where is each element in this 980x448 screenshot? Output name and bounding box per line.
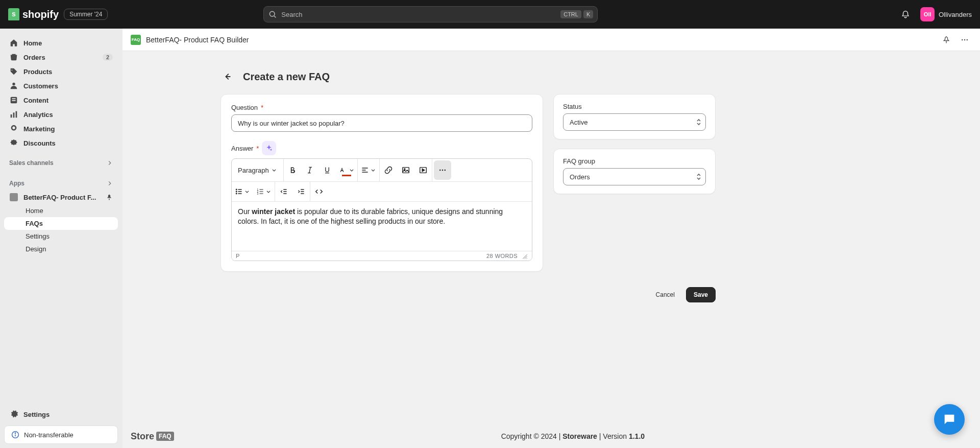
svg-rect-5 bbox=[12, 100, 15, 101]
sidebar-item-settings[interactable]: Settings bbox=[4, 407, 118, 421]
sidebar-item-discounts[interactable]: Discounts bbox=[4, 136, 118, 150]
user-menu[interactable]: Oll Ollivanders bbox=[920, 7, 972, 21]
svg-point-14 bbox=[964, 39, 965, 40]
answer-editor[interactable]: Our winter jacket is popular due to its … bbox=[232, 202, 532, 251]
cancel-button[interactable]: Cancel bbox=[649, 287, 682, 302]
more-tools-button[interactable] bbox=[434, 160, 451, 180]
svg-point-30 bbox=[236, 191, 237, 192]
svg-line-49 bbox=[526, 258, 527, 258]
svg-line-1 bbox=[274, 16, 276, 17]
path-indicator: P bbox=[236, 253, 239, 259]
code-view-button[interactable] bbox=[310, 182, 328, 201]
sidebar-app-betterfaq[interactable]: BetterFAQ- Product F... bbox=[4, 190, 118, 204]
svg-rect-8 bbox=[16, 111, 17, 118]
svg-point-29 bbox=[236, 189, 237, 190]
sidebar-item-products[interactable]: Products bbox=[4, 64, 118, 79]
rich-text-editor: Paragraph bbox=[231, 158, 532, 261]
sidebar-sub-faqs[interactable]: FAQs bbox=[4, 217, 118, 230]
svg-point-26 bbox=[439, 170, 441, 171]
section-apps[interactable]: Apps bbox=[4, 177, 118, 190]
svg-rect-6 bbox=[11, 114, 12, 117]
align-button[interactable] bbox=[358, 160, 379, 180]
paragraph-select[interactable]: Paragraph bbox=[232, 160, 283, 180]
save-button[interactable]: Save bbox=[686, 287, 716, 302]
svg-point-28 bbox=[444, 170, 446, 171]
question-input[interactable] bbox=[231, 114, 532, 132]
pin-icon[interactable] bbox=[106, 194, 113, 201]
search-icon bbox=[268, 10, 277, 19]
status-card: Status Active bbox=[553, 94, 716, 139]
app-header: FAQ BetterFAQ- Product FAQ Builder bbox=[122, 29, 980, 51]
orders-badge: 2 bbox=[103, 54, 113, 61]
outdent-button[interactable] bbox=[275, 182, 292, 201]
faq-group-label: FAQ group bbox=[563, 157, 706, 165]
sidebar-sub-settings[interactable]: Settings bbox=[4, 230, 118, 243]
sidebar-item-home[interactable]: Home bbox=[4, 36, 118, 50]
brand-block: S shopify Summer '24 bbox=[8, 8, 108, 20]
sidebar-item-customers[interactable]: Customers bbox=[4, 79, 118, 93]
marketing-icon bbox=[9, 124, 18, 133]
shopify-bag-icon: S bbox=[8, 8, 19, 20]
editor-status-bar: P 28 WORDS bbox=[232, 251, 532, 261]
svg-text:3: 3 bbox=[257, 193, 259, 195]
sidebar-item-marketing[interactable]: Marketing bbox=[4, 122, 118, 136]
sidebar-sub-home[interactable]: Home bbox=[4, 204, 118, 217]
status-label: Status bbox=[563, 103, 706, 110]
sidebar-item-orders[interactable]: Orders 2 bbox=[4, 50, 118, 64]
svg-point-24 bbox=[404, 169, 405, 170]
bullet-list-button[interactable] bbox=[232, 182, 253, 201]
avatar: Oll bbox=[920, 7, 935, 21]
indent-button[interactable] bbox=[292, 182, 310, 201]
more-button[interactable] bbox=[958, 33, 972, 47]
pin-button[interactable] bbox=[939, 33, 953, 47]
edition-badge[interactable]: Summer '24 bbox=[64, 9, 108, 20]
search-placeholder: Search bbox=[281, 11, 302, 18]
products-icon bbox=[9, 67, 18, 76]
shopify-logo[interactable]: S shopify bbox=[8, 8, 59, 20]
app-header-title: BetterFAQ- Product FAQ Builder bbox=[146, 36, 249, 44]
faq-group-select[interactable]: Orders bbox=[563, 168, 706, 185]
status-select[interactable]: Active bbox=[563, 113, 706, 131]
numbered-list-button[interactable]: 123 bbox=[253, 182, 275, 201]
bold-button[interactable] bbox=[284, 160, 301, 180]
question-label: Question* bbox=[231, 104, 532, 111]
link-button[interactable] bbox=[380, 160, 397, 180]
video-button[interactable] bbox=[414, 160, 432, 180]
chevron-right-icon bbox=[107, 160, 113, 166]
orders-icon bbox=[9, 53, 18, 62]
non-transferable-badge[interactable]: Non-transferable bbox=[4, 426, 118, 444]
sidebar-item-content[interactable]: Content bbox=[4, 93, 118, 107]
svg-rect-9 bbox=[10, 193, 18, 201]
bell-icon[interactable] bbox=[901, 10, 910, 19]
word-count: 28 WORDS bbox=[486, 253, 518, 259]
main: FAQ BetterFAQ- Product FAQ Builder Creat… bbox=[122, 29, 980, 448]
search-kbd: CTRL K bbox=[560, 10, 593, 18]
svg-rect-7 bbox=[13, 112, 15, 117]
ai-suggest-button[interactable] bbox=[262, 141, 276, 155]
sidebar: Home Orders 2 Products Customers Content bbox=[0, 29, 122, 448]
analytics-icon bbox=[9, 110, 18, 119]
svg-point-0 bbox=[270, 11, 275, 16]
resize-handle-icon[interactable] bbox=[521, 252, 528, 260]
underline-button[interactable] bbox=[318, 160, 336, 180]
section-sales-channels[interactable]: Sales channels bbox=[4, 156, 118, 170]
image-button[interactable] bbox=[397, 160, 414, 180]
text-color-button[interactable] bbox=[336, 160, 357, 180]
storefaq-logo: Store FAQ bbox=[131, 431, 174, 442]
brand-name: shopify bbox=[22, 9, 59, 20]
italic-button[interactable] bbox=[301, 160, 318, 180]
app-logo-icon: FAQ bbox=[131, 35, 141, 45]
search-input[interactable]: Search CTRL K bbox=[263, 6, 598, 22]
svg-point-12 bbox=[15, 433, 15, 433]
sidebar-sub-design[interactable]: Design bbox=[4, 243, 118, 255]
svg-point-31 bbox=[236, 193, 237, 194]
back-button[interactable] bbox=[220, 69, 235, 84]
page-title: Create a new FAQ bbox=[243, 71, 330, 83]
content-icon bbox=[9, 96, 18, 105]
chat-fab[interactable] bbox=[934, 404, 965, 435]
app-icon bbox=[9, 193, 18, 202]
sidebar-item-analytics[interactable]: Analytics bbox=[4, 107, 118, 122]
info-icon bbox=[11, 430, 20, 439]
svg-point-27 bbox=[442, 170, 443, 171]
svg-point-2 bbox=[12, 83, 15, 85]
